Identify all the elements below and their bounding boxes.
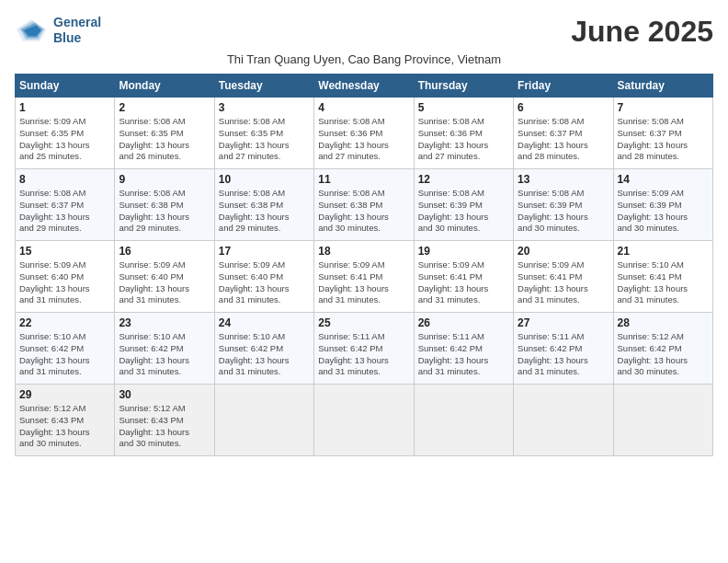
day-number: 4 [318, 101, 409, 114]
day-number: 30 [119, 388, 210, 401]
weekday-header: Monday [115, 75, 214, 98]
day-number: 21 [618, 245, 709, 258]
calendar-cell: 21Sunrise: 5:10 AM Sunset: 6:41 PM Dayli… [613, 241, 712, 313]
day-info: Sunrise: 5:11 AM Sunset: 6:42 PM Dayligh… [318, 331, 409, 378]
day-info: Sunrise: 5:09 AM Sunset: 6:41 PM Dayligh… [318, 259, 409, 306]
day-number: 24 [219, 316, 310, 329]
day-info: Sunrise: 5:08 AM Sunset: 6:38 PM Dayligh… [119, 188, 210, 235]
day-info: Sunrise: 5:08 AM Sunset: 6:38 PM Dayligh… [219, 188, 310, 235]
weekday-header-row: SundayMondayTuesdayWednesdayThursdayFrid… [16, 75, 713, 98]
day-number: 3 [219, 101, 310, 114]
weekday-header: Wednesday [314, 75, 414, 98]
calendar-cell: 25Sunrise: 5:11 AM Sunset: 6:42 PM Dayli… [314, 313, 414, 385]
calendar-cell: 11Sunrise: 5:08 AM Sunset: 6:38 PM Dayli… [314, 169, 414, 241]
calendar-cell: 14Sunrise: 5:09 AM Sunset: 6:39 PM Dayli… [613, 169, 712, 241]
day-number: 26 [418, 316, 509, 329]
page-title: June 2025 [571, 15, 713, 49]
day-number: 15 [19, 245, 110, 258]
day-number: 17 [219, 245, 310, 258]
calendar-cell: 13Sunrise: 5:08 AM Sunset: 6:39 PM Dayli… [514, 169, 613, 241]
calendar-cell: 3Sunrise: 5:08 AM Sunset: 6:35 PM Daylig… [214, 98, 313, 169]
calendar-cell [314, 385, 414, 456]
day-number: 19 [418, 245, 509, 258]
calendar-cell: 9Sunrise: 5:08 AM Sunset: 6:38 PM Daylig… [115, 169, 214, 241]
calendar-week-row: 15Sunrise: 5:09 AM Sunset: 6:40 PM Dayli… [16, 241, 713, 313]
weekday-header: Friday [514, 75, 613, 98]
day-info: Sunrise: 5:08 AM Sunset: 6:35 PM Dayligh… [119, 116, 210, 163]
subtitle: Thi Tran Quang Uyen, Cao Bang Province, … [15, 52, 713, 66]
day-number: 23 [119, 316, 210, 329]
day-info: Sunrise: 5:08 AM Sunset: 6:39 PM Dayligh… [518, 188, 609, 235]
calendar-week-row: 1Sunrise: 5:09 AM Sunset: 6:35 PM Daylig… [16, 98, 713, 169]
calendar-cell [613, 385, 712, 456]
day-number: 18 [318, 245, 409, 258]
calendar-cell [414, 385, 513, 456]
calendar-cell: 2Sunrise: 5:08 AM Sunset: 6:35 PM Daylig… [115, 98, 214, 169]
calendar-cell: 1Sunrise: 5:09 AM Sunset: 6:35 PM Daylig… [16, 98, 115, 169]
day-number: 13 [518, 173, 609, 186]
logo: General Blue [15, 15, 101, 46]
calendar-cell: 30Sunrise: 5:12 AM Sunset: 6:43 PM Dayli… [115, 385, 214, 456]
day-number: 10 [219, 173, 310, 186]
day-info: Sunrise: 5:08 AM Sunset: 6:37 PM Dayligh… [518, 116, 609, 163]
day-number: 22 [19, 316, 110, 329]
day-info: Sunrise: 5:09 AM Sunset: 6:40 PM Dayligh… [119, 259, 210, 306]
calendar-cell: 17Sunrise: 5:09 AM Sunset: 6:40 PM Dayli… [214, 241, 313, 313]
calendar-cell: 10Sunrise: 5:08 AM Sunset: 6:38 PM Dayli… [214, 169, 313, 241]
calendar-cell: 12Sunrise: 5:08 AM Sunset: 6:39 PM Dayli… [414, 169, 513, 241]
day-number: 1 [19, 101, 110, 114]
day-info: Sunrise: 5:11 AM Sunset: 6:42 PM Dayligh… [418, 331, 509, 378]
header: General Blue June 2025 [15, 15, 713, 49]
day-info: Sunrise: 5:08 AM Sunset: 6:37 PM Dayligh… [19, 188, 110, 235]
calendar-cell: 4Sunrise: 5:08 AM Sunset: 6:36 PM Daylig… [314, 98, 414, 169]
logo-text: General Blue [53, 15, 101, 46]
calendar-cell [214, 385, 313, 456]
day-info: Sunrise: 5:09 AM Sunset: 6:41 PM Dayligh… [518, 259, 609, 306]
calendar-cell: 8Sunrise: 5:08 AM Sunset: 6:37 PM Daylig… [16, 169, 115, 241]
day-info: Sunrise: 5:10 AM Sunset: 6:42 PM Dayligh… [19, 331, 110, 378]
weekday-header: Tuesday [214, 75, 313, 98]
day-info: Sunrise: 5:09 AM Sunset: 6:39 PM Dayligh… [618, 188, 709, 235]
calendar-cell: 20Sunrise: 5:09 AM Sunset: 6:41 PM Dayli… [514, 241, 613, 313]
day-number: 14 [618, 173, 709, 186]
day-info: Sunrise: 5:09 AM Sunset: 6:35 PM Dayligh… [19, 116, 110, 163]
day-info: Sunrise: 5:10 AM Sunset: 6:42 PM Dayligh… [219, 331, 310, 378]
day-number: 12 [418, 173, 509, 186]
calendar-cell: 28Sunrise: 5:12 AM Sunset: 6:42 PM Dayli… [613, 313, 712, 385]
day-number: 9 [119, 173, 210, 186]
weekday-header: Saturday [613, 75, 712, 98]
calendar-cell: 5Sunrise: 5:08 AM Sunset: 6:36 PM Daylig… [414, 98, 513, 169]
calendar-cell: 15Sunrise: 5:09 AM Sunset: 6:40 PM Dayli… [16, 241, 115, 313]
day-info: Sunrise: 5:12 AM Sunset: 6:42 PM Dayligh… [618, 331, 709, 378]
day-number: 6 [518, 101, 609, 114]
calendar-table: SundayMondayTuesdayWednesdayThursdayFrid… [15, 74, 713, 456]
day-info: Sunrise: 5:10 AM Sunset: 6:42 PM Dayligh… [119, 331, 210, 378]
day-info: Sunrise: 5:09 AM Sunset: 6:41 PM Dayligh… [418, 259, 509, 306]
calendar-cell: 22Sunrise: 5:10 AM Sunset: 6:42 PM Dayli… [16, 313, 115, 385]
calendar-cell: 23Sunrise: 5:10 AM Sunset: 6:42 PM Dayli… [115, 313, 214, 385]
calendar-week-row: 22Sunrise: 5:10 AM Sunset: 6:42 PM Dayli… [16, 313, 713, 385]
day-info: Sunrise: 5:08 AM Sunset: 6:36 PM Dayligh… [318, 116, 409, 163]
calendar-cell: 27Sunrise: 5:11 AM Sunset: 6:42 PM Dayli… [514, 313, 613, 385]
calendar-cell: 24Sunrise: 5:10 AM Sunset: 6:42 PM Dayli… [214, 313, 313, 385]
calendar-week-row: 8Sunrise: 5:08 AM Sunset: 6:37 PM Daylig… [16, 169, 713, 241]
day-info: Sunrise: 5:12 AM Sunset: 6:43 PM Dayligh… [119, 403, 210, 450]
day-info: Sunrise: 5:08 AM Sunset: 6:36 PM Dayligh… [418, 116, 509, 163]
day-number: 25 [318, 316, 409, 329]
day-info: Sunrise: 5:08 AM Sunset: 6:39 PM Dayligh… [418, 188, 509, 235]
calendar-cell: 29Sunrise: 5:12 AM Sunset: 6:43 PM Dayli… [16, 385, 115, 456]
calendar-cell: 19Sunrise: 5:09 AM Sunset: 6:41 PM Dayli… [414, 241, 513, 313]
calendar-cell: 7Sunrise: 5:08 AM Sunset: 6:37 PM Daylig… [613, 98, 712, 169]
day-number: 11 [318, 173, 409, 186]
calendar-cell: 26Sunrise: 5:11 AM Sunset: 6:42 PM Dayli… [414, 313, 513, 385]
calendar-week-row: 29Sunrise: 5:12 AM Sunset: 6:43 PM Dayli… [16, 385, 713, 456]
calendar-cell: 18Sunrise: 5:09 AM Sunset: 6:41 PM Dayli… [314, 241, 414, 313]
day-info: Sunrise: 5:09 AM Sunset: 6:40 PM Dayligh… [19, 259, 110, 306]
day-info: Sunrise: 5:10 AM Sunset: 6:41 PM Dayligh… [618, 259, 709, 306]
day-info: Sunrise: 5:08 AM Sunset: 6:35 PM Dayligh… [219, 116, 310, 163]
day-number: 2 [119, 101, 210, 114]
day-info: Sunrise: 5:12 AM Sunset: 6:43 PM Dayligh… [19, 403, 110, 450]
calendar-cell [514, 385, 613, 456]
day-number: 7 [618, 101, 709, 114]
day-number: 5 [418, 101, 509, 114]
